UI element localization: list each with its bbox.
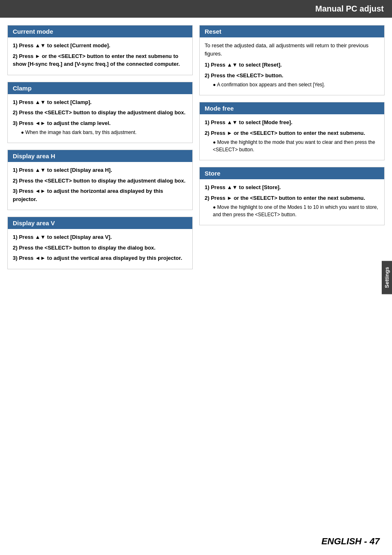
step-text: Press ▲▼ to select [Reset].: [211, 62, 281, 68]
mode-free-steps: 1) Press ▲▼ to select [Mode free]. 2) Pr…: [205, 118, 379, 153]
step-text: Press ► or the <SELECT> button to enter …: [211, 130, 365, 136]
step-text: Press ▲▼ to select [Display area V].: [19, 234, 112, 240]
display-area-h-section: Display area H 1) Press ▲▼ to select [Di…: [7, 150, 193, 210]
store-steps: 1) Press ▲▼ to select [Store]. 2) Press …: [205, 183, 379, 218]
step-text: Press ▲▼ to select [Current mode].: [19, 42, 110, 49]
step-number: 2): [13, 245, 19, 251]
sidebar-tab-label: Settings: [384, 267, 390, 288]
display-area-v-body: 1) Press ▲▼ to select [Display area V]. …: [8, 229, 192, 269]
step-text: Press ► or the <SELECT> button to enter …: [13, 53, 180, 67]
step-number: 2): [13, 178, 19, 184]
list-item: 3) Press ◄► to adjust the vertical area …: [13, 254, 187, 262]
current-mode-body: 1) Press ▲▼ to select [Current mode]. 2)…: [8, 37, 192, 75]
step-text: Press ◄► to adjust the vertical area dis…: [19, 255, 182, 261]
list-item: Move the highlight to one of the Modes 1…: [213, 204, 379, 218]
list-item: Move the highlight to the mode that you …: [213, 139, 379, 153]
list-item: 2) Press ► or the <SELECT> button to ent…: [13, 52, 187, 68]
list-item: 3) Press ◄► to adjust the clamp level. W…: [13, 119, 187, 136]
list-item: 2) Press the <SELECT> button to display …: [13, 177, 187, 185]
step-text: Press ▲▼ to select [Store].: [211, 184, 281, 190]
clamp-section: Clamp 1) Press ▲▼ to select [Clamp]. 2) …: [7, 82, 193, 143]
list-item: 1) Press ▲▼ to select [Display area V].: [13, 233, 187, 241]
reset-title: Reset: [200, 25, 384, 37]
list-item: 2) Press the <SELECT> button to display …: [13, 109, 187, 117]
display-area-v-section: Display area V 1) Press ▲▼ to select [Di…: [7, 217, 193, 269]
display-area-v-title: Display area V: [8, 217, 192, 229]
reset-intro: To reset the adjusted data, all adjustme…: [205, 42, 379, 58]
page-header: Manual PC adjust: [0, 0, 392, 18]
page-number-label: ENGLISH - 47: [321, 536, 380, 547]
list-item: When the image has dark bars, try this a…: [21, 129, 187, 136]
reset-body: To reset the adjusted data, all adjustme…: [200, 37, 384, 95]
step-text: Press ▲▼ to select [Mode free].: [211, 119, 292, 125]
step-text: Press the <SELECT> button.: [211, 72, 283, 79]
reset-bullets: A confirmation box appears and then sele…: [205, 81, 379, 88]
store-section: Store 1) Press ▲▼ to select [Store]. 2) …: [199, 167, 385, 225]
step-text: Press the <SELECT> button to display the…: [19, 109, 185, 116]
current-mode-title: Current mode: [8, 25, 192, 37]
step-number: 1): [205, 184, 211, 190]
step-text: Press ▲▼ to select [Clamp].: [19, 99, 92, 105]
store-title: Store: [200, 167, 384, 179]
step-number: 3): [13, 188, 19, 194]
step-text: Press ▲▼ to select [Display area H].: [19, 167, 112, 173]
list-item: 1) Press ▲▼ to select [Clamp].: [13, 98, 187, 106]
list-item: 1) Press ▲▼ to select [Mode free].: [205, 118, 379, 127]
list-item: 2) Press ► or the <SELECT> button to ent…: [205, 194, 379, 219]
step-number: 2): [205, 195, 211, 201]
step-number: 2): [13, 53, 19, 59]
step-number: 1): [205, 119, 211, 125]
display-area-h-steps: 1) Press ▲▼ to select [Display area H]. …: [13, 166, 187, 203]
step-text: Press ◄► to adjust the horizontal area d…: [13, 188, 163, 202]
step-number: 1): [13, 167, 19, 173]
clamp-body: 1) Press ▲▼ to select [Clamp]. 2) Press …: [8, 94, 192, 143]
step-number: 1): [13, 99, 19, 105]
list-item: 2) Press ► or the <SELECT> button to ent…: [205, 129, 379, 154]
list-item: A confirmation box appears and then sele…: [213, 81, 379, 88]
step-text: Press the <SELECT> button to display the…: [19, 245, 155, 251]
store-body: 1) Press ▲▼ to select [Store]. 2) Press …: [200, 179, 384, 225]
list-item: 2) Press the <SELECT> button. A confirma…: [205, 72, 379, 89]
list-item: 1) Press ▲▼ to select [Store].: [205, 183, 379, 192]
sidebar-settings-tab: Settings: [382, 261, 392, 294]
list-item: 1) Press ▲▼ to select [Display area H].: [13, 166, 187, 174]
step-number: 1): [13, 234, 19, 240]
store-bullets: Move the highlight to one of the Modes 1…: [205, 204, 379, 218]
step-text: Press ► or the <SELECT> button to enter …: [211, 195, 365, 201]
clamp-steps: 1) Press ▲▼ to select [Clamp]. 2) Press …: [13, 98, 187, 136]
step-text: Press the <SELECT> button to display the…: [19, 178, 185, 184]
main-layout: Current mode 1) Press ▲▼ to select [Curr…: [0, 18, 392, 277]
display-area-h-title: Display area H: [8, 150, 192, 162]
list-item: 2) Press the <SELECT> button to display …: [13, 244, 187, 252]
mode-free-section: Mode free 1) Press ▲▼ to select [Mode fr…: [199, 102, 385, 160]
display-area-v-steps: 1) Press ▲▼ to select [Display area V]. …: [13, 233, 187, 262]
step-text: Press ◄► to adjust the clamp level.: [19, 120, 111, 126]
step-number: 3): [13, 255, 19, 261]
step-number: 2): [13, 109, 19, 116]
reset-steps: 1) Press ▲▼ to select [Reset]. 2) Press …: [205, 61, 379, 88]
mode-free-bullets: Move the highlight to the mode that you …: [205, 139, 379, 153]
list-item: 3) Press ◄► to adjust the horizontal are…: [13, 187, 187, 203]
step-number: 1): [205, 62, 211, 68]
right-column: Reset To reset the adjusted data, all ad…: [196, 22, 388, 273]
current-mode-section: Current mode 1) Press ▲▼ to select [Curr…: [7, 25, 193, 75]
list-item: 1) Press ▲▼ to select [Reset].: [205, 61, 379, 69]
mode-free-body: 1) Press ▲▼ to select [Mode free]. 2) Pr…: [200, 114, 384, 160]
step-number: 1): [13, 42, 19, 49]
clamp-bullets: When the image has dark bars, try this a…: [13, 129, 187, 136]
left-column: Current mode 1) Press ▲▼ to select [Curr…: [4, 22, 196, 273]
step-number: 2): [205, 130, 211, 136]
header-title: Manual PC adjust: [315, 4, 384, 13]
reset-section: Reset To reset the adjusted data, all ad…: [199, 25, 385, 95]
step-number: 2): [205, 72, 211, 79]
step-number: 3): [13, 120, 19, 126]
current-mode-steps: 1) Press ▲▼ to select [Current mode]. 2)…: [13, 42, 187, 68]
display-area-h-body: 1) Press ▲▼ to select [Display area H]. …: [8, 162, 192, 210]
mode-free-title: Mode free: [200, 102, 384, 114]
list-item: 1) Press ▲▼ to select [Current mode].: [13, 42, 187, 50]
clamp-title: Clamp: [8, 82, 192, 94]
